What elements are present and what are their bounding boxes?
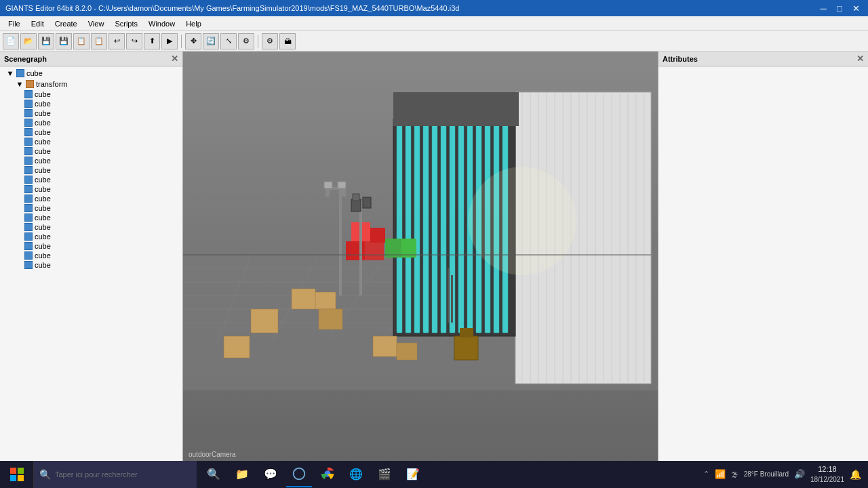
svg-rect-65 [359,201,362,296]
search-bar[interactable]: 🔍 [34,461,197,488]
clock[interactable]: 12:18 18/12/2021 [810,464,844,484]
toolbar-move[interactable]: ✥ [185,33,201,49]
svg-rect-63 [324,182,332,188]
tree-label: cube [35,261,51,269]
menu-file[interactable]: File [3,18,26,29]
svg-rect-61 [326,190,330,197]
taskbar-app-steam[interactable] [286,462,312,487]
menu-help[interactable]: Help [180,18,207,29]
tree-item-cube10[interactable]: cube [1,175,181,184]
attributes-panel: Attributes ✕ [658,52,868,461]
taskbar-app-edge[interactable]: 🌐 [343,462,369,487]
tree-item-cube5[interactable]: cube [1,127,181,137]
tree-label: cube [35,195,51,203]
taskbar-app-notes[interactable]: 📝 [400,462,426,487]
taskbar-app-chrome[interactable] [315,462,340,487]
volume-icon[interactable]: 🔊 [794,469,805,479]
menu-scripts[interactable]: Scripts [109,18,143,29]
tree-item-cube14[interactable]: cube [1,213,181,222]
toolbar-scale[interactable]: ⤡ [220,33,237,49]
tree-item-cube12[interactable]: cube [1,194,181,203]
taskbar-icons: 🔍 📁 💬 🌐 🎬 📝 [197,462,696,487]
weather-icon: 🌫 [731,470,738,479]
toolbar-import[interactable]: ⬆ [144,33,160,49]
scenegraph-header: Scenegraph ✕ [0,52,182,66]
menu-view[interactable]: View [83,18,110,29]
attributes-close-button[interactable]: ✕ [856,54,864,64]
svg-rect-52 [292,289,315,309]
toolbar-save2[interactable]: 💾 [56,33,72,49]
tree-item-root-cube[interactable]: ▼ cube [1,68,181,79]
tree-item-cube18[interactable]: cube [1,251,181,260]
transform-icon [26,80,34,88]
tree-item-cube6[interactable]: cube [1,137,181,146]
taskbar-app-files[interactable]: 📁 [229,462,255,487]
system-info: 28°F Brouillard [744,470,789,478]
svg-rect-38 [458,123,464,333]
cube-icon [24,251,33,260]
tree-item-cube9[interactable]: cube [1,165,181,175]
network-icon[interactable]: 📶 [715,469,726,479]
tree-label: cube [35,90,51,98]
close-button[interactable]: ✕ [849,1,863,15]
cube-icon [24,261,33,269]
start-button[interactable] [0,461,34,488]
menu-create[interactable]: Create [50,18,83,29]
toolbar-btn5[interactable]: 📋 [73,33,90,49]
attributes-title: Attributes [663,55,698,63]
menu-window[interactable]: Window [143,18,180,29]
tree-item-cube15[interactable]: cube [1,222,181,232]
tree-label: cube [35,232,51,241]
search-icon: 🔍 [39,469,51,480]
toolbar-terrain[interactable]: 🏔 [279,33,296,49]
notification-button[interactable]: 🔔 [850,469,861,480]
tree-label: cube [35,157,51,165]
tree-item-cube19[interactable]: cube [1,260,181,270]
toolbar-open[interactable]: 📂 [20,33,37,49]
tree-item-cube16[interactable]: cube [1,232,181,241]
svg-rect-53 [315,292,336,309]
toolbar: 📄 📂 💾 💾 📋 📋 ↩ ↪ ⬆ ▶ ✥ 🔄 ⤡ ⚙ ⚙ 🏔 [0,31,868,52]
tree-label: cube [35,100,51,108]
tree-item-cube3[interactable]: cube [1,108,181,118]
tree-item-cube1[interactable]: cube [1,89,181,99]
svg-rect-67 [353,194,359,201]
toolbar-btn14[interactable]: ⚙ [238,33,254,49]
cube-icon [24,176,33,184]
tree-item-transform[interactable]: ▼ transform [1,79,181,89]
scenegraph-tree[interactable]: ▼ cube ▼ transform cube cube [0,66,182,461]
minimize-button[interactable]: ─ [816,1,830,15]
taskbar-app-search[interactable]: 🔍 [201,462,226,487]
taskbar-app-video[interactable]: 🎬 [372,462,397,487]
tree-item-cube4[interactable]: cube [1,118,181,127]
tree-item-cube2[interactable]: cube [1,99,181,108]
svg-rect-49 [370,228,385,243]
tree-item-cube17[interactable]: cube [1,241,181,251]
tree-item-cube11[interactable]: cube [1,184,181,194]
viewport[interactable]: outdoorCamera [183,52,658,461]
tree-item-cube8[interactable]: cube [1,156,181,165]
scenegraph-close-button[interactable]: ✕ [171,54,178,64]
toolbar-new[interactable]: 📄 [3,33,19,49]
toolbar-redo[interactable]: ↪ [126,33,142,49]
tray-arrow-icon[interactable]: ⌃ [703,470,709,479]
toolbar-undo[interactable]: ↩ [108,33,125,49]
svg-rect-71 [454,336,478,360]
taskbar-app-messenger[interactable]: 💬 [258,462,283,487]
svg-rect-72 [460,328,473,338]
svg-rect-62 [342,190,346,197]
search-input[interactable] [55,470,191,479]
tree-item-cube13[interactable]: cube [1,203,181,213]
svg-rect-68 [363,197,371,208]
menu-edit[interactable]: Edit [26,18,50,29]
maximize-button[interactable]: □ [833,1,846,15]
toolbar-sep1 [181,35,182,48]
toolbar-settings[interactable]: ⚙ [262,33,278,49]
tree-item-cube7[interactable]: cube [1,146,181,156]
toolbar-rotate[interactable]: 🔄 [203,33,219,49]
toolbar-play[interactable]: ▶ [161,33,178,49]
toolbar-save[interactable]: 💾 [38,33,54,49]
tree-label: cube [35,223,51,231]
toolbar-btn6[interactable]: 📋 [91,33,107,49]
scenegraph-title: Scenegraph [4,55,47,63]
